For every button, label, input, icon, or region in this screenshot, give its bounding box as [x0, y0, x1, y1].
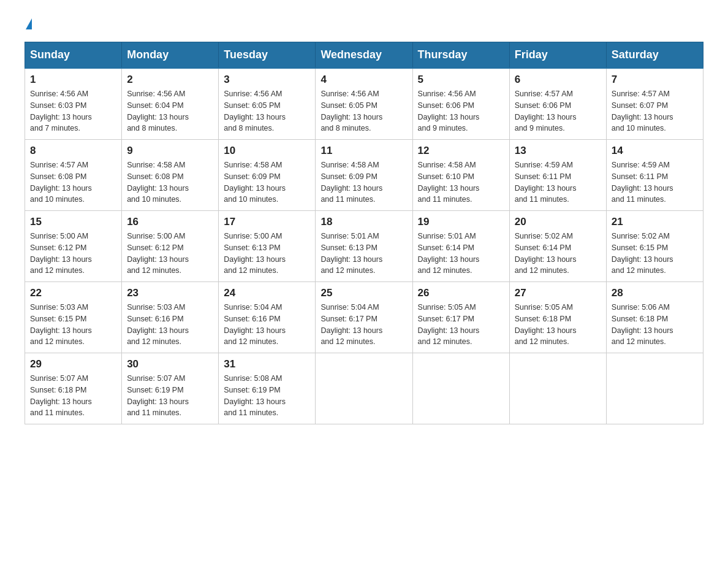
calendar-cell: 13Sunrise: 4:59 AMSunset: 6:11 PMDayligh…	[509, 140, 606, 211]
day-info: Sunrise: 5:01 AMSunset: 6:13 PMDaylight:…	[320, 231, 407, 277]
day-info: Sunrise: 5:07 AMSunset: 6:18 PMDaylight:…	[30, 373, 116, 419]
calendar-cell	[316, 353, 412, 424]
day-number: 30	[127, 358, 213, 370]
header-thursday: Thursday	[412, 42, 509, 69]
day-info: Sunrise: 5:03 AMSunset: 6:16 PMDaylight:…	[127, 302, 213, 348]
header-monday: Monday	[122, 42, 219, 69]
day-number: 3	[224, 74, 310, 86]
week-row-4: 22Sunrise: 5:03 AMSunset: 6:15 PMDayligh…	[25, 282, 703, 353]
calendar-cell: 29Sunrise: 5:07 AMSunset: 6:18 PMDayligh…	[25, 353, 122, 424]
day-info: Sunrise: 4:56 AMSunset: 6:05 PMDaylight:…	[320, 88, 407, 134]
day-number: 31	[224, 358, 310, 370]
week-row-5: 29Sunrise: 5:07 AMSunset: 6:18 PMDayligh…	[25, 353, 703, 424]
day-number: 25	[320, 287, 407, 299]
day-number: 5	[418, 74, 504, 86]
day-number: 1	[30, 74, 116, 86]
day-info: Sunrise: 5:04 AMSunset: 6:17 PMDaylight:…	[320, 302, 407, 348]
calendar-cell: 22Sunrise: 5:03 AMSunset: 6:15 PMDayligh…	[25, 282, 122, 353]
calendar-cell	[606, 353, 703, 424]
header-sunday: Sunday	[25, 42, 122, 69]
calendar-cell: 19Sunrise: 5:01 AMSunset: 6:14 PMDayligh…	[412, 211, 509, 282]
header-tuesday: Tuesday	[219, 42, 316, 69]
day-number: 29	[30, 358, 116, 370]
day-number: 14	[612, 145, 698, 157]
calendar-cell	[412, 353, 509, 424]
day-number: 21	[612, 216, 698, 228]
calendar-cell: 27Sunrise: 5:05 AMSunset: 6:18 PMDayligh…	[509, 282, 606, 353]
day-number: 13	[515, 145, 601, 157]
calendar-table: SundayMondayTuesdayWednesdayThursdayFrid…	[25, 42, 703, 424]
header-wednesday: Wednesday	[316, 42, 412, 69]
day-info: Sunrise: 5:04 AMSunset: 6:16 PMDaylight:…	[224, 302, 310, 348]
day-info: Sunrise: 5:05 AMSunset: 6:17 PMDaylight:…	[418, 302, 504, 348]
day-number: 26	[418, 287, 504, 299]
calendar-cell: 24Sunrise: 5:04 AMSunset: 6:16 PMDayligh…	[219, 282, 316, 353]
calendar-cell: 6Sunrise: 4:57 AMSunset: 6:06 PMDaylight…	[509, 68, 606, 140]
day-info: Sunrise: 5:08 AMSunset: 6:19 PMDaylight:…	[224, 373, 310, 419]
calendar-cell: 28Sunrise: 5:06 AMSunset: 6:18 PMDayligh…	[606, 282, 703, 353]
day-number: 15	[30, 216, 116, 228]
day-number: 4	[320, 74, 407, 86]
calendar-cell: 23Sunrise: 5:03 AMSunset: 6:16 PMDayligh…	[122, 282, 219, 353]
day-info: Sunrise: 5:03 AMSunset: 6:15 PMDaylight:…	[30, 302, 116, 348]
calendar-cell: 7Sunrise: 4:57 AMSunset: 6:07 PMDaylight…	[606, 68, 703, 140]
day-info: Sunrise: 5:00 AMSunset: 6:12 PMDaylight:…	[30, 231, 116, 277]
calendar-cell: 20Sunrise: 5:02 AMSunset: 6:14 PMDayligh…	[509, 211, 606, 282]
day-info: Sunrise: 4:56 AMSunset: 6:05 PMDaylight:…	[224, 88, 310, 134]
day-number: 11	[320, 145, 407, 157]
calendar-cell: 5Sunrise: 4:56 AMSunset: 6:06 PMDaylight…	[412, 68, 509, 140]
header-saturday: Saturday	[606, 42, 703, 69]
day-info: Sunrise: 4:58 AMSunset: 6:09 PMDaylight:…	[224, 159, 310, 205]
day-number: 9	[127, 145, 213, 157]
day-number: 17	[224, 216, 310, 228]
day-number: 27	[515, 287, 601, 299]
calendar-cell: 25Sunrise: 5:04 AMSunset: 6:17 PMDayligh…	[316, 282, 412, 353]
calendar-cell: 30Sunrise: 5:07 AMSunset: 6:19 PMDayligh…	[122, 353, 219, 424]
day-number: 23	[127, 287, 213, 299]
day-number: 12	[418, 145, 504, 157]
logo-triangle-icon	[26, 18, 32, 29]
day-info: Sunrise: 4:58 AMSunset: 6:08 PMDaylight:…	[127, 159, 213, 205]
calendar-cell: 2Sunrise: 4:56 AMSunset: 6:04 PMDaylight…	[122, 68, 219, 140]
day-info: Sunrise: 5:01 AMSunset: 6:14 PMDaylight:…	[418, 231, 504, 277]
calendar-cell: 3Sunrise: 4:56 AMSunset: 6:05 PMDaylight…	[219, 68, 316, 140]
day-info: Sunrise: 4:58 AMSunset: 6:09 PMDaylight:…	[320, 159, 407, 205]
day-info: Sunrise: 4:59 AMSunset: 6:11 PMDaylight:…	[612, 159, 698, 205]
day-info: Sunrise: 4:58 AMSunset: 6:10 PMDaylight:…	[418, 159, 504, 205]
day-info: Sunrise: 4:56 AMSunset: 6:03 PMDaylight:…	[30, 88, 116, 134]
header-friday: Friday	[509, 42, 606, 69]
day-number: 22	[30, 287, 116, 299]
calendar-cell: 16Sunrise: 5:00 AMSunset: 6:12 PMDayligh…	[122, 211, 219, 282]
calendar-cell: 4Sunrise: 4:56 AMSunset: 6:05 PMDaylight…	[316, 68, 412, 140]
calendar-cell: 26Sunrise: 5:05 AMSunset: 6:17 PMDayligh…	[412, 282, 509, 353]
day-number: 24	[224, 287, 310, 299]
calendar-cell: 17Sunrise: 5:00 AMSunset: 6:13 PMDayligh…	[219, 211, 316, 282]
day-info: Sunrise: 5:05 AMSunset: 6:18 PMDaylight:…	[515, 302, 601, 348]
calendar-cell: 15Sunrise: 5:00 AMSunset: 6:12 PMDayligh…	[25, 211, 122, 282]
day-number: 28	[612, 287, 698, 299]
day-number: 8	[30, 145, 116, 157]
day-info: Sunrise: 4:56 AMSunset: 6:06 PMDaylight:…	[418, 88, 504, 134]
day-info: Sunrise: 5:02 AMSunset: 6:14 PMDaylight:…	[515, 231, 601, 277]
day-info: Sunrise: 5:00 AMSunset: 6:12 PMDaylight:…	[127, 231, 213, 277]
day-info: Sunrise: 5:07 AMSunset: 6:19 PMDaylight:…	[127, 373, 213, 419]
calendar-cell: 31Sunrise: 5:08 AMSunset: 6:19 PMDayligh…	[219, 353, 316, 424]
calendar-cell: 1Sunrise: 4:56 AMSunset: 6:03 PMDaylight…	[25, 68, 122, 140]
calendar-cell	[509, 353, 606, 424]
day-number: 2	[127, 74, 213, 86]
calendar-cell: 9Sunrise: 4:58 AMSunset: 6:08 PMDaylight…	[122, 140, 219, 211]
day-number: 18	[320, 216, 407, 228]
calendar-cell: 10Sunrise: 4:58 AMSunset: 6:09 PMDayligh…	[219, 140, 316, 211]
day-number: 19	[418, 216, 504, 228]
day-number: 20	[515, 216, 601, 228]
day-info: Sunrise: 5:02 AMSunset: 6:15 PMDaylight:…	[612, 231, 698, 277]
calendar-cell: 12Sunrise: 4:58 AMSunset: 6:10 PMDayligh…	[412, 140, 509, 211]
day-info: Sunrise: 4:57 AMSunset: 6:06 PMDaylight:…	[515, 88, 601, 134]
day-number: 16	[127, 216, 213, 228]
day-info: Sunrise: 4:59 AMSunset: 6:11 PMDaylight:…	[515, 159, 601, 205]
day-info: Sunrise: 4:56 AMSunset: 6:04 PMDaylight:…	[127, 88, 213, 134]
week-row-2: 8Sunrise: 4:57 AMSunset: 6:08 PMDaylight…	[25, 140, 703, 211]
day-number: 7	[612, 74, 698, 86]
logo	[25, 18, 32, 29]
page-header	[25, 18, 703, 29]
